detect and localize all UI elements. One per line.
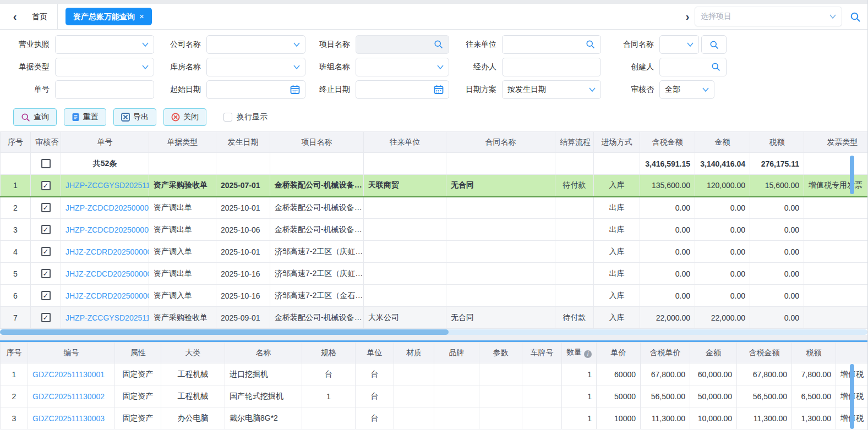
查询-button[interactable]: 查询 — [13, 108, 57, 126]
document-link[interactable]: JHZP-ZCDCD202500000 — [65, 203, 149, 212]
filter-date-起始日期[interactable] — [206, 80, 305, 99]
document-link[interactable]: JHZP-ZCDCD202500000 — [65, 225, 149, 234]
cell-entry: 出库 — [594, 263, 640, 285]
wrap-display-checkbox[interactable]: 换行显示 — [223, 112, 268, 122]
cell-category: 办公电脑 — [161, 407, 225, 429]
toolbar: 查询重置导出关闭 换行显示 — [0, 106, 867, 131]
filter-select-审核否[interactable]: 全部 — [659, 80, 714, 99]
cell-settle — [555, 241, 594, 263]
cell-contract: 无合同 — [446, 175, 555, 197]
search-icon[interactable] — [586, 40, 596, 49]
main-table-vertical-scrollbar[interactable] — [850, 156, 854, 194]
row-checkbox[interactable] — [41, 159, 51, 168]
cell-code: GDZC202511130001 — [28, 363, 115, 385]
filter-search-项目名称[interactable] — [356, 35, 449, 54]
cell-tax: 1,300.00 — [792, 407, 836, 429]
table-row[interactable]: 2JHZP-ZCDCD202500000资产调出单2025-10-01金桥装配公… — [1, 197, 868, 219]
tabs-scroll-right-icon[interactable]: › — [680, 10, 695, 23]
cell-amount: 22,000.00 — [695, 307, 750, 329]
document-link[interactable]: JHZP-ZCCGYSD2025111 — [65, 313, 149, 322]
document-link[interactable]: GDZC202511130002 — [32, 392, 105, 401]
document-link[interactable]: JHZP-ZCCGYSD2025111 — [65, 181, 149, 190]
info-icon[interactable]: i — [584, 350, 592, 358]
row-checkbox[interactable] — [41, 269, 51, 278]
main-table-horizontal-scrollbar[interactable] — [0, 329, 867, 335]
tabs-scroll-left-icon[interactable]: ‹ — [8, 10, 22, 23]
tab-asset-ledger-query[interactable]: 资产总账万能查询 × — [65, 8, 152, 25]
cell-material — [394, 407, 434, 429]
cell-settle — [555, 263, 594, 285]
wrap-display-label: 换行显示 — [237, 112, 268, 122]
project-search-icon[interactable] — [850, 12, 860, 21]
summary-row[interactable]: 共52条3,416,591.153,140,416.04276,175.11 — [1, 153, 868, 175]
document-link[interactable]: GDZC202511130001 — [32, 370, 105, 379]
col-header-plate: 车牌号 — [522, 343, 562, 363]
calendar-icon[interactable] — [434, 85, 444, 95]
table-row[interactable]: 1GDZC202511130001固定资产工程机械进口挖掘机台台16000067… — [1, 363, 868, 385]
row-checkbox[interactable] — [41, 291, 51, 300]
cell-code: GDZC202511130003 — [28, 407, 115, 429]
cell-date: 2025-10-16 — [216, 263, 270, 285]
filter-input-经办人[interactable] — [502, 58, 601, 76]
filter-select-日期方案[interactable]: 按发生日期 — [502, 80, 601, 99]
row-checkbox[interactable] — [41, 247, 51, 256]
row-checkbox[interactable] — [41, 181, 51, 190]
filter-input-单号[interactable] — [55, 80, 154, 99]
calendar-icon[interactable] — [290, 85, 300, 95]
cell-audit — [31, 197, 61, 219]
filter-search-创建人[interactable] — [659, 58, 727, 76]
关闭-button[interactable]: 关闭 — [163, 108, 206, 126]
cell-doctype: 资产调入单 — [149, 241, 216, 263]
row-checkbox[interactable] — [41, 225, 51, 234]
detail-table-vertical-scrollbar[interactable] — [850, 364, 854, 429]
cell-tax: 0.00 — [750, 219, 804, 241]
filter-date-终止日期[interactable] — [356, 80, 449, 99]
tab-close-icon[interactable]: × — [139, 8, 144, 25]
table-row[interactable]: 3JHZP-ZCDCD202500000资产调出单2025-10-06金桥装配公… — [1, 219, 868, 241]
table-row[interactable]: 5JHJZ-ZCDCD202500000资产调出单2025-10-16济邹高速7… — [1, 263, 868, 285]
cell-seq: 1 — [1, 363, 28, 385]
tab-home[interactable]: 首页 — [22, 4, 58, 29]
cell-spec: 1 — [302, 385, 356, 407]
project-select[interactable]: 选择项目 — [695, 7, 842, 26]
table-row[interactable]: 6JHJZ-ZCDRD202500000资产调入单2025-10-16济邹高速7… — [1, 285, 868, 307]
app-window: ‹ 首页 资产总账万能查询 × › 选择项目 营业执照公司名称项目名称往来单位合… — [0, 0, 868, 430]
col-header-spec: 规格 — [302, 343, 356, 363]
table-row[interactable]: 7JHZP-ZCCGYSD2025111资产采购验收单2025-09-01金桥装… — [1, 307, 868, 329]
cell-date: 2025-10-06 — [216, 219, 270, 241]
filter-select-合同名称[interactable] — [659, 35, 699, 54]
row-checkbox[interactable] — [41, 203, 51, 212]
document-link[interactable]: JHJZ-ZCDRD202500000 — [65, 247, 149, 256]
table-row[interactable]: 2GDZC202511130002固定资产工程机械国产轮式挖掘机1台150000… — [1, 385, 868, 407]
table-row[interactable]: 4JHJZ-ZCDRD202500000资产调入单2025-10-01济邹高速7… — [1, 241, 868, 263]
button-label: 重置 — [83, 112, 99, 122]
filter-select-库房名称[interactable] — [206, 58, 305, 76]
search-icon[interactable] — [434, 40, 444, 49]
search-icon — [21, 113, 30, 122]
document-link[interactable]: JHJZ-ZCDCD202500000 — [65, 269, 149, 278]
filter-select-营业执照[interactable] — [55, 35, 154, 54]
row-checkbox[interactable] — [41, 313, 51, 322]
filter-label: 项目名称 — [313, 40, 350, 49]
filter-search-往来单位[interactable] — [502, 35, 601, 54]
cell-invoice — [804, 197, 868, 219]
cell-date: 2025-07-01 — [216, 175, 270, 197]
cell-amount: 3,140,416.04 — [695, 153, 750, 175]
table-row[interactable]: 1JHZP-ZCCGYSD2025111资产采购验收单2025-07-01金桥装… — [1, 175, 868, 197]
search-icon[interactable] — [711, 62, 721, 72]
cell-contract — [446, 241, 555, 263]
checkbox-icon[interactable] — [223, 113, 232, 122]
重置-button[interactable]: 重置 — [64, 108, 106, 126]
filter-select-单据类型[interactable] — [55, 58, 154, 76]
filter-select-班组名称[interactable] — [356, 58, 449, 76]
document-link[interactable]: JHJZ-ZCDRD202500000 — [65, 291, 149, 300]
导出-button[interactable]: 导出 — [113, 108, 156, 126]
cell-project: 金桥装配公司-机械设备… — [270, 307, 364, 329]
document-link[interactable]: GDZC202511130003 — [32, 414, 105, 423]
cell-audit — [31, 175, 61, 197]
cell-project: 金桥装配公司-机械设备… — [270, 197, 364, 219]
cell-plate — [522, 385, 562, 407]
table-row[interactable]: 3GDZC202511130003固定资产办公电脑戴尔电脑8G*2台110000… — [1, 407, 868, 429]
filter-select-公司名称[interactable] — [206, 35, 305, 54]
search-button[interactable] — [701, 35, 727, 54]
